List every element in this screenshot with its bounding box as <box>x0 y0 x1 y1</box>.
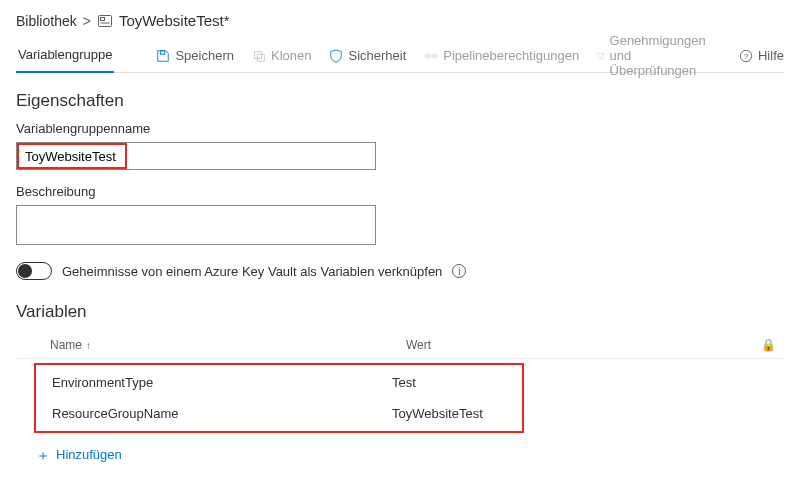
lock-icon: 🔒 <box>761 338 776 352</box>
approvals-checks-label: Genehmigungen und Überprüfungen <box>610 33 721 78</box>
description-label: Beschreibung <box>16 184 784 199</box>
clone-button: Klonen <box>252 48 311 63</box>
col-name-label[interactable]: Name <box>50 338 82 352</box>
svg-rect-5 <box>257 54 264 61</box>
name-label: Variablengruppenname <box>16 121 784 136</box>
variable-value: ToyWebsiteTest <box>392 406 522 421</box>
help-button[interactable]: ? Hilfe <box>739 48 784 63</box>
checklist-icon <box>597 49 604 63</box>
group-name-input[interactable] <box>16 142 376 170</box>
add-variable-label: Hinzufügen <box>56 447 122 462</box>
clone-label: Klonen <box>271 48 311 63</box>
variables-header-row: Name ↑ Wert 🔒 <box>16 332 784 359</box>
help-icon: ? <box>739 49 753 63</box>
breadcrumb: Bibliothek > ToyWebsiteTest* <box>16 12 784 29</box>
shield-icon <box>329 49 343 63</box>
add-variable-button[interactable]: ＋ Hinzufügen <box>36 447 784 462</box>
variable-value: Test <box>392 375 522 390</box>
sort-asc-icon: ↑ <box>86 340 91 351</box>
tab-variable-group[interactable]: Variablengruppe <box>16 39 114 73</box>
svg-rect-3 <box>161 50 165 54</box>
plus-icon: ＋ <box>36 448 50 462</box>
variable-row[interactable]: EnvironmentType Test <box>36 367 522 398</box>
pipeline-permissions-button: Pipelineberechtigungen <box>424 48 579 63</box>
svg-rect-4 <box>255 51 262 58</box>
svg-text:?: ? <box>744 51 749 60</box>
svg-rect-1 <box>100 17 104 20</box>
help-label: Hilfe <box>758 48 784 63</box>
highlight-variable-rows: EnvironmentType Test ResourceGroupName T… <box>34 363 524 433</box>
save-icon <box>156 49 170 63</box>
keyvault-toggle[interactable] <box>16 262 52 280</box>
security-button[interactable]: Sicherheit <box>329 48 406 63</box>
breadcrumb-separator: > <box>83 13 91 29</box>
svg-point-7 <box>433 54 437 58</box>
variable-name: ResourceGroupName <box>52 406 392 421</box>
svg-rect-9 <box>598 53 604 59</box>
properties-heading: Eigenschaften <box>16 91 784 111</box>
variable-group-icon <box>97 13 113 29</box>
info-icon[interactable]: i <box>452 264 466 278</box>
approvals-checks-button: Genehmigungen und Überprüfungen <box>597 33 721 78</box>
save-button[interactable]: Speichern <box>156 48 234 63</box>
variable-row[interactable]: ResourceGroupName ToyWebsiteTest <box>36 398 522 429</box>
description-input[interactable] <box>16 205 376 245</box>
variable-name: EnvironmentType <box>52 375 392 390</box>
breadcrumb-current: ToyWebsiteTest* <box>119 12 230 29</box>
breadcrumb-root[interactable]: Bibliothek <box>16 13 77 29</box>
toolbar: Variablengruppe Speichern Klonen Sicherh… <box>16 39 784 73</box>
keyvault-toggle-label: Geheimnisse von einem Azure Key Vault al… <box>62 264 442 279</box>
pipeline-permissions-label: Pipelineberechtigungen <box>443 48 579 63</box>
clone-icon <box>252 49 266 63</box>
security-label: Sicherheit <box>348 48 406 63</box>
svg-point-6 <box>426 54 430 58</box>
pipeline-icon <box>424 49 438 63</box>
variables-heading: Variablen <box>16 302 784 322</box>
col-value-label: Wert <box>406 338 754 352</box>
save-label: Speichern <box>175 48 234 63</box>
